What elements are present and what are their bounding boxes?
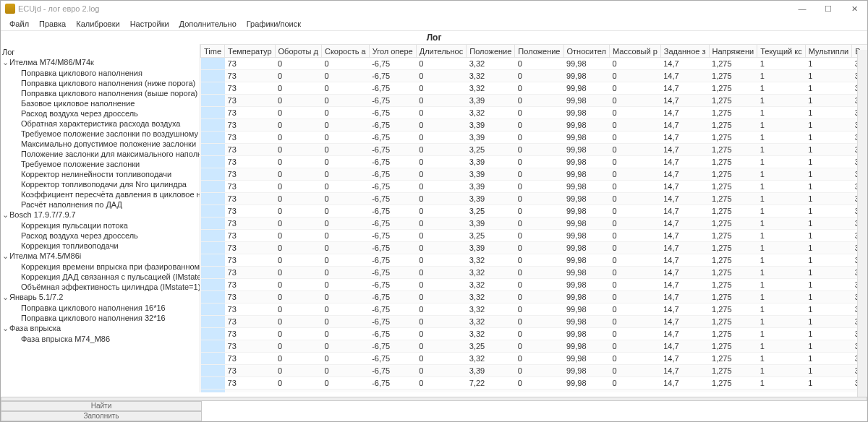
table-cell[interactable]: 1	[805, 70, 852, 82]
table-cell[interactable]: 73	[225, 340, 276, 353]
tree-group[interactable]: ⌄Ителма М74/М86/М74к	[2, 57, 198, 68]
table-cell[interactable]: 0	[610, 193, 661, 205]
table-cell[interactable]: 0	[321, 365, 369, 377]
table-cell[interactable]: 1,275	[709, 230, 757, 242]
table-cell[interactable]: 0	[275, 193, 321, 205]
table-cell[interactable]: 0	[321, 119, 369, 132]
table-cell[interactable]: 3,25	[467, 144, 515, 156]
table-cell[interactable]: -6,75	[369, 181, 416, 193]
table-row[interactable]: 7300-6,7503,32099,98014,71,275113000	[201, 70, 868, 82]
table-cell[interactable]: 99,98	[563, 205, 610, 218]
table-row[interactable]: 7300-6,7503,39099,98014,71,275113000	[201, 119, 868, 132]
table-cell[interactable]: 0	[515, 353, 563, 365]
tree-item[interactable]: Коррекция топливоподачи	[14, 241, 198, 251]
table-cell[interactable]: 0	[610, 168, 661, 181]
table-cell[interactable]: 0	[275, 365, 321, 377]
table-cell[interactable]	[201, 254, 225, 267]
table-cell[interactable]: 73	[225, 156, 276, 168]
table-row[interactable]: 7300-6,7503,39099,98014,71,275113000	[201, 156, 868, 168]
table-cell[interactable]: 3,39	[467, 168, 515, 181]
table-cell[interactable]: 0	[515, 365, 563, 377]
table-cell[interactable]: 0	[610, 230, 661, 242]
table-cell[interactable]: 99,98	[563, 218, 610, 230]
table-cell[interactable]: 0	[416, 279, 467, 291]
table-cell[interactable]: 0	[416, 156, 467, 168]
minimize-button[interactable]: —	[789, 1, 815, 17]
table-cell[interactable]: 99,98	[563, 279, 610, 291]
table-row[interactable]: 7300-6,7503,39099,98014,71,275113000	[201, 95, 868, 107]
tree-item[interactable]: Коэффициент пересчёта давления в циклово…	[14, 189, 198, 199]
tree-item[interactable]: Требуемое положение заслонки	[14, 159, 198, 169]
tree-item[interactable]: Объёмная эффективность цилиндра (IMstate…	[14, 282, 198, 292]
table-cell[interactable]: 0	[275, 218, 321, 230]
table-cell[interactable]: 14,7	[660, 218, 709, 230]
table-cell[interactable]: 0	[321, 377, 369, 389]
table-cell[interactable]: 99,98	[563, 340, 610, 353]
table-cell[interactable]: 0	[416, 218, 467, 230]
table-cell[interactable]: 0	[416, 205, 467, 218]
table-cell[interactable]: 73	[225, 193, 276, 205]
menu-item[interactable]: Калибровки	[72, 18, 124, 30]
data-grid[interactable]: TimeТемпературОбороты дСкорость аУгол оп…	[200, 44, 867, 392]
tree-item[interactable]: Коррекция времени впрыска при фазированн…	[14, 262, 198, 272]
table-cell[interactable]: 1	[805, 377, 852, 389]
table-cell[interactable]: 73	[225, 132, 276, 144]
table-cell[interactable]: 99,98	[563, 353, 610, 365]
menu-item[interactable]: Файл	[5, 18, 33, 30]
table-cell[interactable]: 0	[416, 144, 467, 156]
table-cell[interactable]: 0	[321, 70, 369, 82]
table-cell[interactable]: 99,98	[563, 328, 610, 340]
tree-item[interactable]: Положение заслонки для максимального нап…	[14, 149, 198, 159]
table-row[interactable]: 7300-6,7507,3099,98014,71,275113000	[201, 389, 868, 393]
table-cell[interactable]: 0	[515, 389, 563, 393]
table-cell[interactable]: 1	[805, 267, 852, 279]
column-header[interactable]: Скорость а	[321, 45, 369, 58]
table-cell[interactable]: 14,7	[660, 107, 709, 119]
table-cell[interactable]: 0	[610, 267, 661, 279]
menu-item[interactable]: Настройки	[126, 18, 174, 30]
table-cell[interactable]: 14,7	[660, 377, 709, 389]
tree-item[interactable]: Фаза впрыска M74_M86	[14, 334, 198, 344]
column-header[interactable]: Заданное з	[660, 45, 709, 58]
table-cell[interactable]: 0	[321, 193, 369, 205]
table-cell[interactable]: 1,275	[709, 144, 757, 156]
table-cell[interactable]: 14,7	[660, 254, 709, 267]
table-cell[interactable]: 0	[321, 181, 369, 193]
table-cell[interactable]: 1,275	[709, 181, 757, 193]
table-cell[interactable]: 0	[416, 242, 467, 254]
table-cell[interactable]: 0	[416, 168, 467, 181]
table-cell[interactable]: 73	[225, 218, 276, 230]
table-cell[interactable]: 0	[321, 168, 369, 181]
table-cell[interactable]: 3,39	[467, 365, 515, 377]
table-cell[interactable]: 1,275	[709, 132, 757, 144]
table-cell[interactable]: 0	[416, 254, 467, 267]
table-row[interactable]: 7300-6,7503,32099,98014,71,275113000	[201, 82, 868, 95]
table-cell[interactable]: 1	[757, 267, 806, 279]
table-cell[interactable]: -6,75	[369, 193, 416, 205]
table-cell[interactable]: 1	[757, 205, 806, 218]
table-cell[interactable]: 3,32	[467, 107, 515, 119]
table-row[interactable]: 7300-6,7503,25099,98014,71,275113000	[201, 144, 868, 156]
table-cell[interactable]: 0	[321, 340, 369, 353]
table-cell[interactable]: 1	[757, 181, 806, 193]
table-cell[interactable]: 1,275	[709, 58, 757, 70]
table-cell[interactable]: 1,275	[709, 168, 757, 181]
table-cell[interactable]	[201, 353, 225, 365]
table-cell[interactable]: 7,22	[467, 377, 515, 389]
table-cell[interactable]: 3,32	[467, 70, 515, 82]
table-cell[interactable]: 99,98	[563, 181, 610, 193]
table-cell[interactable]: 1	[757, 242, 806, 254]
table-cell[interactable]: 0	[610, 279, 661, 291]
table-cell[interactable]: 99,98	[563, 70, 610, 82]
table-cell[interactable]: 14,7	[660, 144, 709, 156]
tree-panel[interactable]: Лог⌄Ителма М74/М86/М74кПоправка цикловог…	[1, 44, 200, 392]
table-cell[interactable]: 0	[610, 328, 661, 340]
table-cell[interactable]: 0	[321, 218, 369, 230]
fill-button[interactable]: Заполнить	[1, 411, 202, 421]
table-cell[interactable]: 0	[515, 107, 563, 119]
table-cell[interactable]: 1	[757, 168, 806, 181]
table-cell[interactable]: 3,39	[467, 119, 515, 132]
menu-item[interactable]: Графики/поиск	[242, 18, 305, 30]
table-cell[interactable]: 73	[225, 279, 276, 291]
tree-item[interactable]: Коррекция ДАД связанная с пульсацией (IM…	[14, 272, 198, 282]
